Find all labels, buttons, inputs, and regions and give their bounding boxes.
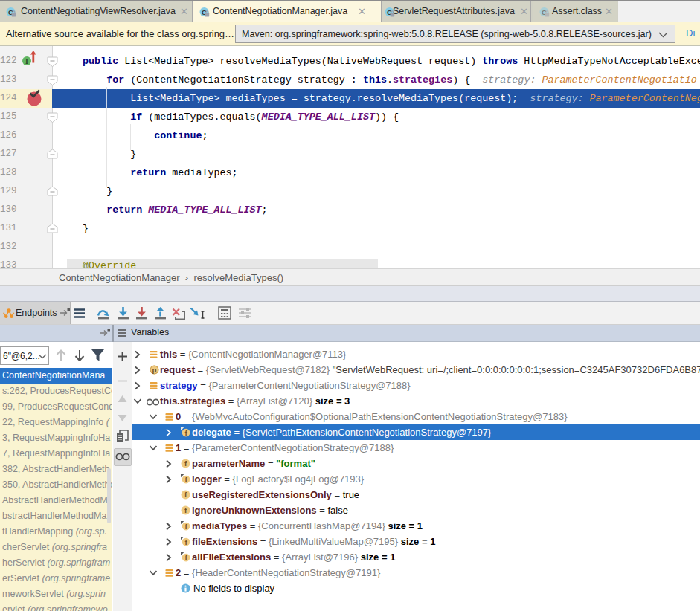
svg-text:p: p bbox=[152, 366, 157, 374]
svg-text:I: I bbox=[25, 57, 28, 65]
